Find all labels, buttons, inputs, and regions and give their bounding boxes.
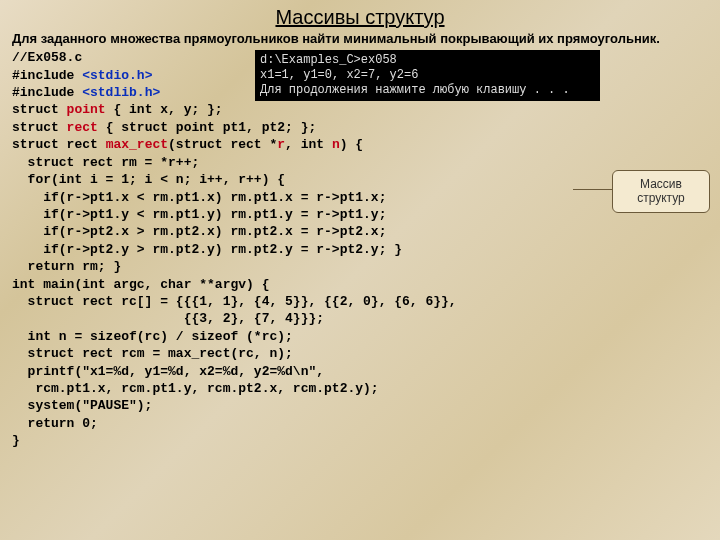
- code-line: struct point { int x, y; };: [12, 102, 223, 117]
- code-line: #include <stdio.h>: [12, 68, 152, 83]
- code-line: return rm; }: [12, 259, 121, 274]
- code-line: rcm.pt1.x, rcm.pt1.y, rcm.pt2.x, rcm.pt2…: [12, 381, 379, 396]
- problem-description: Для заданного множества прямоугольников …: [12, 31, 708, 47]
- console-line: x1=1, y1=0, x2=7, y2=6: [260, 68, 418, 82]
- code-line: int main(int argc, char **argv) {: [12, 277, 269, 292]
- code-line: return 0;: [12, 416, 98, 431]
- code-line: if(r->pt2.x > rm.pt2.x) rm.pt2.x = r->pt…: [12, 224, 386, 239]
- code-line: }: [12, 433, 20, 448]
- code-line: struct rect { struct point pt1, pt2; };: [12, 120, 316, 135]
- console-line: Для продолжения нажмите любую клавишу . …: [260, 83, 570, 97]
- code-line: struct rect rcm = max_rect(rc, n);: [12, 346, 293, 361]
- code-line: system("PAUSE");: [12, 398, 152, 413]
- slide-body: Массивы структур Для заданного множества…: [0, 0, 720, 458]
- code-line: int n = sizeof(rc) / sizeof (*rc);: [12, 329, 293, 344]
- slide-title: Массивы структур: [12, 6, 708, 29]
- code-line: {{3, 2}, {7, 4}}};: [12, 311, 324, 326]
- code-listing: //Ex058.c #include <stdio.h> #include <s…: [12, 49, 708, 449]
- code-line: printf("x1=%d, y1=%d, x2=%d, y2=%d\n",: [12, 364, 324, 379]
- console-output: d:\Examples_C>ex058 x1=1, y1=0, x2=7, y2…: [255, 50, 600, 101]
- code-line: //Ex058.c: [12, 50, 82, 65]
- code-line: if(r->pt2.y > rm.pt2.y) rm.pt2.y = r->pt…: [12, 242, 402, 257]
- callout-box: Массив структур: [612, 170, 710, 213]
- code-line: struct rect rc[] = {{{1, 1}, {4, 5}}, {{…: [12, 294, 457, 309]
- code-line: for(int i = 1; i < n; i++, r++) {: [12, 172, 285, 187]
- console-line: d:\Examples_C>ex058: [260, 53, 397, 67]
- code-line: #include <stdlib.h>: [12, 85, 160, 100]
- code-line: struct rect max_rect(struct rect *r, int…: [12, 137, 363, 152]
- code-line: struct rect rm = *r++;: [12, 155, 199, 170]
- code-line: if(r->pt1.x < rm.pt1.x) rm.pt1.x = r->pt…: [12, 190, 386, 205]
- code-line: if(r->pt1.y < rm.pt1.y) rm.pt1.y = r->pt…: [12, 207, 386, 222]
